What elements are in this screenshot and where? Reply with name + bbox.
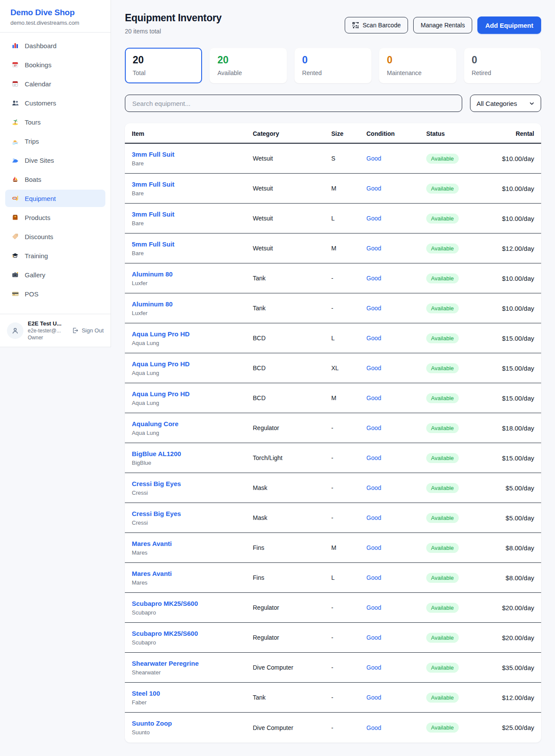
item-name-link[interactable]: Aluminum 80 xyxy=(132,300,173,308)
condition-link[interactable]: Good xyxy=(366,275,381,282)
item-brand: Aqua Lung xyxy=(132,370,253,376)
item-category: Tank xyxy=(253,694,331,701)
item-category: Wetsuit xyxy=(253,215,331,222)
stat-card-maintenance[interactable]: 0 Maintenance xyxy=(379,48,456,83)
svg-text:17: 17 xyxy=(14,64,17,67)
stat-label: Maintenance xyxy=(387,69,448,76)
condition-link[interactable]: Good xyxy=(366,454,381,461)
condition-link[interactable]: Good xyxy=(366,245,381,252)
sidebar-item-label: Customers xyxy=(25,99,56,107)
status-badge: Available xyxy=(426,333,459,343)
sidebar-item-calendar[interactable]: Calendar xyxy=(5,75,105,92)
discounts-icon xyxy=(11,233,19,240)
item-category: Regulator xyxy=(253,634,331,641)
sidebar-item-discounts[interactable]: Discounts xyxy=(5,228,105,245)
user-email: e2e-tester@... xyxy=(28,328,67,334)
condition-link[interactable]: Good xyxy=(366,424,381,431)
gallery-icon xyxy=(11,271,19,278)
item-size: - xyxy=(331,484,366,491)
sidebar-item-pos[interactable]: POS xyxy=(5,285,105,302)
item-name-link[interactable]: Aqua Lung Pro HD xyxy=(132,390,189,398)
item-name-link[interactable]: Aluminum 80 xyxy=(132,270,173,278)
table-row: Aqua Lung Pro HD Aqua Lung BCD M Good Av… xyxy=(125,383,541,413)
add-equipment-button[interactable]: Add Equipment xyxy=(477,16,541,34)
item-name-link[interactable]: Cressi Big Eyes xyxy=(132,480,181,487)
sidebar-item-label: Calendar xyxy=(25,80,51,88)
condition-link[interactable]: Good xyxy=(366,724,381,731)
item-size: - xyxy=(331,664,366,671)
item-size: M xyxy=(331,394,366,401)
item-name-link[interactable]: 3mm Full Suit xyxy=(132,181,174,188)
sidebar-item-training[interactable]: Training xyxy=(5,247,105,264)
item-name-link[interactable]: Aqua Lung Pro HD xyxy=(132,330,189,338)
rental-rate: $10.00/day xyxy=(483,215,534,222)
stat-card-available[interactable]: 20 Available xyxy=(209,48,287,83)
item-name-link[interactable]: Suunto Zoop xyxy=(132,720,172,727)
condition-link[interactable]: Good xyxy=(366,484,381,491)
column-header-status: Status xyxy=(426,130,483,137)
category-select-value: All Categories xyxy=(477,100,517,107)
item-name-link[interactable]: Cressi Big Eyes xyxy=(132,510,181,517)
item-name-link[interactable]: Mares Avanti xyxy=(132,540,172,547)
stats-row: 20 Total 20 Available 0 Rented 0 Mainten… xyxy=(125,48,541,83)
item-name-link[interactable]: Aqua Lung Pro HD xyxy=(132,360,189,368)
sidebar-item-dive-sites[interactable]: Dive Sites xyxy=(5,151,105,169)
item-category: Tank xyxy=(253,275,331,282)
condition-link[interactable]: Good xyxy=(366,155,381,162)
item-name-link[interactable]: Mares Avanti xyxy=(132,570,172,577)
status-badge: Available xyxy=(426,453,459,463)
stat-card-rented[interactable]: 0 Rented xyxy=(294,48,372,83)
item-name-link[interactable]: 3mm Full Suit xyxy=(132,210,174,218)
item-name-link[interactable]: 3mm Full Suit xyxy=(132,151,174,158)
sidebar-item-label: Trips xyxy=(25,138,39,145)
condition-link[interactable]: Good xyxy=(366,544,381,551)
condition-link[interactable]: Good xyxy=(366,335,381,342)
item-brand: Faber xyxy=(132,699,253,706)
items-total-count: 20 items total xyxy=(125,28,222,35)
condition-link[interactable]: Good xyxy=(366,394,381,401)
sidebar-item-products[interactable]: Products xyxy=(5,209,105,226)
condition-link[interactable]: Good xyxy=(366,365,381,371)
table-row: 5mm Full Suit Bare Wetsuit M Good Availa… xyxy=(125,233,541,263)
sidebar-item-gallery[interactable]: Gallery xyxy=(5,266,105,283)
sidebar-item-bookings[interactable]: 17 Bookings xyxy=(5,56,105,73)
item-name-link[interactable]: Scubapro MK25/S600 xyxy=(132,630,198,637)
item-name-link[interactable]: BigBlue AL1200 xyxy=(132,450,181,457)
item-category: Mask xyxy=(253,514,331,521)
sidebar-item-boats[interactable]: Boats xyxy=(5,171,105,188)
item-name-link[interactable]: Scubapro MK25/S600 xyxy=(132,600,198,607)
item-name-link[interactable]: 5mm Full Suit xyxy=(132,240,174,248)
stat-card-total[interactable]: 20 Total xyxy=(125,48,202,83)
sidebar-item-trips[interactable]: Trips xyxy=(5,132,105,150)
item-name-link[interactable]: Steel 100 xyxy=(132,690,160,697)
item-name-link[interactable]: Aqualung Core xyxy=(132,420,179,427)
sidebar-item-dashboard[interactable]: Dashboard xyxy=(5,37,105,54)
item-brand: Mares xyxy=(132,549,253,556)
condition-link[interactable]: Good xyxy=(366,215,381,222)
item-size: - xyxy=(331,724,366,731)
category-select[interactable]: All Categories xyxy=(470,95,541,112)
sidebar-item-tours[interactable]: Tours xyxy=(5,113,105,131)
condition-link[interactable]: Good xyxy=(366,694,381,701)
item-size: - xyxy=(331,694,366,701)
dashboard-icon xyxy=(11,42,19,49)
item-brand: Suunto xyxy=(132,729,253,736)
sign-out-button[interactable]: Sign Out xyxy=(72,327,104,334)
search-input[interactable] xyxy=(125,95,462,112)
scan-barcode-button[interactable]: Scan Barcode xyxy=(345,17,408,33)
condition-link[interactable]: Good xyxy=(366,574,381,581)
condition-link[interactable]: Good xyxy=(366,634,381,641)
item-name-link[interactable]: Shearwater Peregrine xyxy=(132,660,199,667)
condition-link[interactable]: Good xyxy=(366,185,381,192)
manage-rentals-button[interactable]: Manage Rentals xyxy=(413,17,472,33)
condition-link[interactable]: Good xyxy=(366,664,381,671)
rental-rate: $15.00/day xyxy=(483,365,534,372)
condition-link[interactable]: Good xyxy=(366,305,381,312)
condition-link[interactable]: Good xyxy=(366,514,381,521)
sidebar-item-customers[interactable]: Customers xyxy=(5,94,105,112)
item-brand: Aqua Lung xyxy=(132,340,253,346)
sidebar-item-equipment[interactable]: Equipment xyxy=(5,190,105,207)
stat-card-retired[interactable]: 0 Retired xyxy=(464,48,541,83)
condition-link[interactable]: Good xyxy=(366,604,381,611)
customers-icon xyxy=(11,99,19,106)
